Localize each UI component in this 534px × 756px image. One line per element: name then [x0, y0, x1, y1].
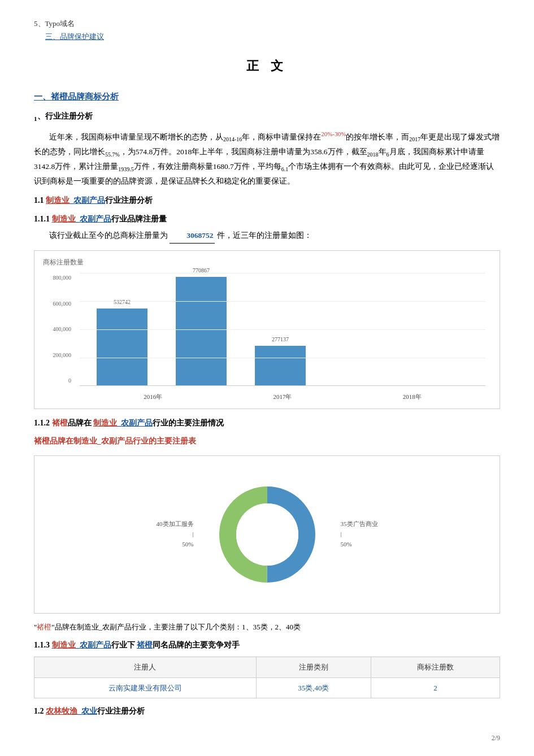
competitor-table: 注册人 注册类别 商标注册数 云南实建果业有限公司 35类,40类 2: [34, 657, 500, 698]
table-cell-category: 35类,40类: [256, 677, 371, 698]
section-1-2-title: 1.2 农林牧渔_农业行业注册分析: [34, 704, 500, 718]
bar-chart: 800,000 600,000 400,000 200,000 0 532742: [43, 273, 491, 403]
x-label-2017: 2017年: [273, 392, 292, 403]
bar-group-2018: 277137: [255, 334, 306, 386]
section-1-1-title: 1.1 制造业_农副产品行业注册分析: [34, 193, 500, 207]
grid-line-2: [80, 301, 485, 302]
grid-area: 532742 770867 277137: [80, 273, 485, 386]
x-label-2018: 2018年: [403, 392, 422, 403]
body-paragraph-1: 近年来，我国商标申请量呈现不断增长的态势，从2014-16年，商标申请量保持在2…: [34, 128, 500, 189]
bar-2018: [255, 346, 306, 386]
bar-group-2017: 770867: [176, 266, 227, 386]
table-header-count: 商标注册数: [371, 657, 500, 677]
s1-1-1-body: 该行业截止至今的总商标注册量为 3068752 件，近三年的注册量如图：: [34, 229, 500, 243]
section-1-1-3-title: 1.1.3 制造业_农副产品行业下 褚橙同名品牌的主要竞争对手: [34, 638, 500, 652]
toc-section: 5、Typo域名 三、品牌保护建议: [34, 17, 500, 44]
donut-wrapper: 40类加工服务 | 50% 35类广告商业 | 50%: [157, 478, 378, 591]
grid-line-5: [80, 385, 485, 386]
donut-chart-container: 40类加工服务 | 50% 35类广告商业 | 50%: [34, 455, 500, 614]
grid-line-1: [80, 273, 485, 273]
toc-item-5: 5、Typo域名: [34, 17, 500, 30]
y-axis: 800,000 600,000 400,000 200,000 0: [43, 273, 74, 386]
x-label-2016: 2016年: [144, 392, 162, 403]
x-axis-labels: 2016年 2017年 2018年: [80, 392, 485, 403]
donut-svg: [211, 478, 324, 591]
section-1-1-2-title: 1.1.2 褚橙品牌在 制造业_农副产品行业的主要注册情况: [34, 416, 500, 430]
donut-left-label: 40类加工服务 | 50%: [157, 519, 194, 549]
table-header-company: 注册人: [34, 657, 257, 677]
chart-title: 商标注册数量: [43, 257, 491, 269]
grid-line-4: [80, 358, 485, 358]
table-row: 云南实建果业有限公司 35类,40类 2: [34, 677, 500, 698]
section-1-title: 一、褚橙品牌商标分析: [34, 89, 500, 105]
table-cell-company: 云南实建果业有限公司: [34, 677, 257, 698]
bar-chart-container: 商标注册数量 800,000 600,000 400,000 200,000 0: [34, 250, 500, 410]
bar-value-2016: 532742: [114, 297, 131, 307]
toc-item-3: 三、品牌保护建议: [34, 30, 500, 43]
count-blank: 3068752: [170, 229, 215, 243]
table-cell-count: 2: [371, 677, 500, 698]
bar-value-2017: 770867: [193, 266, 210, 276]
section-1-1-2-subtitle: 褚橙品牌在制造业_农副产品行业的主要注册表: [34, 435, 500, 448]
svg-point-2: [236, 503, 298, 566]
bar-2017: [176, 277, 227, 386]
page-number: 2/9: [492, 732, 500, 745]
table-header-category: 注册类别: [256, 657, 371, 677]
bar-2016: [97, 309, 147, 386]
donut-right-label: 35类广告商业 | 50%: [341, 519, 378, 549]
grid-line-3: [80, 329, 485, 330]
bar-group-2016: 532742: [97, 297, 147, 386]
s1-label: 1、行业注册分析: [34, 112, 93, 120]
main-title: 正 文: [34, 55, 500, 77]
section-1-1-1-title: 1.1.1 制造业_农副产品行业品牌注册量: [34, 212, 500, 226]
s1-1-2-caption: "褚橙"品牌在制造业_农副产品行业，主要注册了以下几个类别：1、35类，2、40…: [34, 620, 500, 633]
s1-text: 、行业注册分析: [37, 112, 93, 120]
bar-value-2018: 277137: [272, 334, 289, 345]
